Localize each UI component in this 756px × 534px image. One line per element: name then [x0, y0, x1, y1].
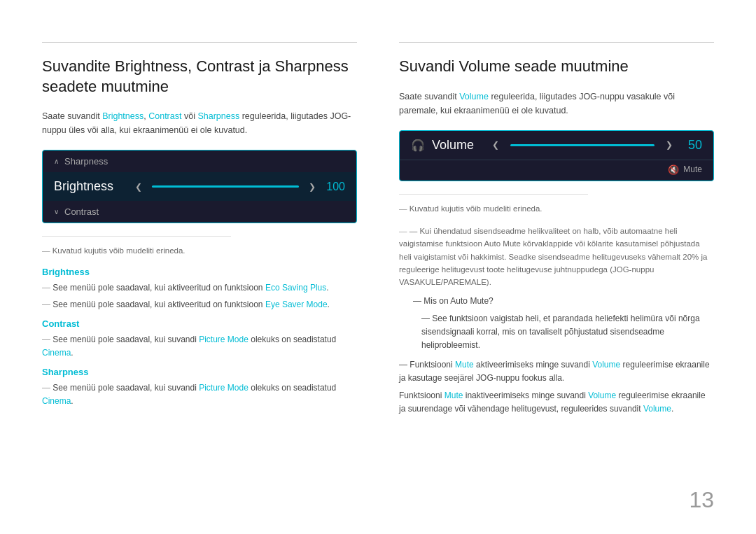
chevron-up-icon: ∧ [54, 157, 59, 165]
right-note2: — Kui ühendatud sisendseadme helikvalite… [399, 225, 714, 289]
right-mis: — Mis on Auto Mute? [413, 295, 714, 308]
contrast-heading: Contrast [42, 318, 357, 329]
brightness-note2: See menüü pole saadaval, kui aktiveeritu… [42, 298, 357, 311]
right-note3: — See funktsioon vaigistab heli, et para… [421, 312, 714, 353]
osd-sharpness-row: ∧ Sharpness [43, 150, 356, 172]
mute-row: 🔇 Mute [400, 160, 713, 181]
right-intro: Saate suvandit Volume reguleerida, liigu… [399, 90, 714, 118]
right-section: Suvandi Volume seade muutmine Saate suva… [399, 42, 714, 420]
mute-icon: 🔇 [668, 164, 679, 175]
left-title: Suvandite Brightness, Contrast ja Sharpn… [42, 57, 357, 97]
volume-left-arrow: ❮ [492, 140, 499, 150]
brightness-heading: Brightness [42, 267, 357, 277]
osd-right-arrow: ❯ [309, 182, 316, 192]
left-intro: Saate suvandit Brightness, Contrast või … [42, 109, 357, 137]
volume-track [510, 144, 654, 146]
osd-brightness-track [152, 185, 299, 188]
right-note5: Funktsiooni Mute inaktiveerimiseks minge… [399, 389, 714, 416]
left-note: Kuvatud kujutis võib mudeliti erineda. [42, 245, 357, 257]
osd-contrast-row: ∨ Contrast [43, 201, 356, 223]
osd-brightness-widget: ∧ Sharpness Brightness ❮ ❯ 100 ∨ Contras… [42, 150, 357, 223]
sharpness-heading: Sharpness [42, 367, 357, 377]
volume-main-row: 🎧 Volume ❮ ❯ 50 [400, 131, 713, 160]
osd-volume-widget: 🎧 Volume ❮ ❯ 50 🔇 Mute [399, 130, 714, 181]
volume-right-arrow: ❯ [666, 140, 673, 150]
right-divider [399, 194, 588, 195]
right-note4: — Funktsiooni Mute aktiveerimiseks minge… [399, 358, 714, 385]
sharpness-note: See menüü pole saadaval, kui suvandi Pic… [42, 381, 357, 408]
page-number: 13 [689, 487, 714, 513]
left-divider [42, 236, 231, 237]
mute-button: 🔇 Mute [668, 164, 702, 175]
right-note1: Kuvatud kujutis võib mudeliti erineda. [399, 203, 714, 215]
osd-brightness-row: Brightness ❮ ❯ 100 [43, 172, 356, 201]
osd-left-arrow: ❮ [135, 182, 142, 192]
brightness-note1: See menüü pole saadaval, kui aktiveeritu… [42, 281, 357, 295]
left-section: Suvandite Brightness, Contrast ja Sharpn… [42, 42, 357, 420]
contrast-note: See menüü pole saadaval, kui suvandi Pic… [42, 333, 357, 360]
right-title: Suvandi Volume seade muutmine [399, 57, 714, 77]
chevron-down-icon: ∨ [54, 208, 59, 216]
headphone-icon: 🎧 [411, 139, 425, 152]
